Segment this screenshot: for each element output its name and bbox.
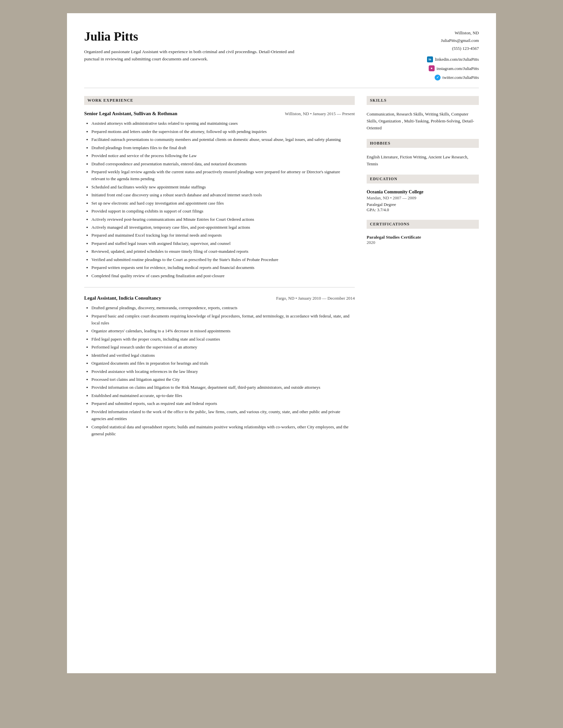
header-left: Julia Pitts Organized and passionate Leg…: [84, 29, 295, 62]
job-1-meta: Williston, ND • January 2015 — Present: [285, 111, 355, 116]
list-item: Actively reviewed post-hearing communica…: [91, 216, 355, 223]
list-item: Prepared and submitted reports, such as …: [91, 400, 355, 407]
resume-header: Julia Pitts Organized and passionate Leg…: [84, 29, 479, 88]
list-item: Provided support in compiling exhibits i…: [91, 208, 355, 215]
job-2-bullet-sep: •: [295, 296, 298, 301]
list-item: Prepared weekly legal review agenda with…: [91, 168, 355, 182]
main-content: WORK EXPERIENCE Senior Legal Assistant, …: [84, 96, 355, 445]
job-2-location: Fargo, ND: [276, 296, 294, 301]
list-item: Prepared motions and letters under the s…: [91, 128, 355, 135]
instagram-label: instagram.com/JuliaPitts: [437, 65, 479, 72]
twitter-icon: ✓: [435, 75, 441, 81]
resume-document: Julia Pitts Organized and passionate Leg…: [67, 13, 496, 673]
candidate-summary: Organized and passionate Legal Assistant…: [84, 48, 295, 62]
skills-text: Communication, Research Skills, Writing …: [367, 111, 479, 131]
linkedin-label: linkedin.com/in/JuliaPitts: [435, 55, 479, 63]
list-item: Provided information on claims and litig…: [91, 384, 355, 391]
list-item: Identified and verified legal citations: [91, 352, 355, 359]
header-right: Williston, ND JuliaPitts@gmail.com (555)…: [427, 29, 479, 81]
hobbies-section: HOBBIES English Literature, Fiction Writ…: [367, 139, 479, 168]
list-item: Set up new electronic and hard copy inve…: [91, 200, 355, 207]
list-item: Completed final quality review of cases …: [91, 272, 355, 279]
social-instagram: ● instagram.com/JuliaPitts: [429, 65, 479, 72]
work-experience-heading: WORK EXPERIENCE: [84, 96, 355, 105]
job-2-header: Legal Assistant, Indicia Consultancy Far…: [84, 295, 355, 301]
list-item: Provided notice and service of the proce…: [91, 152, 355, 159]
list-item: Prepared and staffed legal issues with a…: [91, 240, 355, 247]
edu-location-dates: Mandan, ND • 2007 — 2009: [367, 195, 479, 201]
list-item: Compiled statistical data and spreadshee…: [91, 423, 355, 438]
list-item: Organize attorneys' calendars, leading t…: [91, 327, 355, 334]
list-item: Provided information related to the work…: [91, 408, 355, 422]
contact-email: JuliaPitts@gmail.com: [427, 37, 479, 44]
skills-section: SKILLS Communication, Research Skills, W…: [367, 96, 479, 131]
contact-location: Williston, ND: [427, 29, 479, 37]
list-item: Organized documents and files in prepara…: [91, 360, 355, 367]
job-1-title: Senior Legal Assistant, Sullivan & Rothm…: [84, 111, 177, 116]
social-links: in linkedin.com/in/JuliaPitts ● instagra…: [427, 55, 479, 81]
list-item: Established and maintained accurate, up-…: [91, 392, 355, 399]
education-section: EDUCATION Oceania Community College Mand…: [367, 175, 479, 213]
job-1-bullets: Assisted attorneys with administrative t…: [84, 120, 355, 279]
job-divider: [84, 287, 355, 287]
list-item: Assisted attorneys with administrative t…: [91, 120, 355, 127]
list-item: Prepared and maintained Excel tracking l…: [91, 232, 355, 239]
list-item: Actively managed all investigation, temp…: [91, 224, 355, 231]
job-1-header: Senior Legal Assistant, Sullivan & Rothm…: [84, 111, 355, 116]
cert-year: 2020: [367, 240, 479, 245]
education-heading: EDUCATION: [367, 175, 479, 183]
list-item: Prepared written requests sent for evide…: [91, 264, 355, 271]
hobbies-text: English Literature, Fiction Writing, Anc…: [367, 154, 479, 168]
list-item: Drafted general pleadings, discovery, me…: [91, 304, 355, 311]
job-2-meta: Fargo, ND • January 2010 — December 2014: [276, 296, 355, 301]
skills-heading: SKILLS: [367, 96, 479, 105]
contact-phone: (555) 123-4567: [427, 45, 479, 52]
list-item: Drafted correspondence and presentation …: [91, 160, 355, 167]
list-item: Reviewed, updated, and printed schedules…: [91, 248, 355, 255]
job-1-dates: January 2015 — Present: [313, 111, 355, 116]
job-1: Senior Legal Assistant, Sullivan & Rothm…: [84, 111, 355, 279]
social-linkedin: in linkedin.com/in/JuliaPitts: [427, 55, 479, 63]
linkedin-icon: in: [427, 56, 433, 62]
edu-gpa: GPA: 3.7/4.0: [367, 207, 479, 213]
job-2-bullets: Drafted general pleadings, discovery, me…: [84, 304, 355, 437]
twitter-label: twitter.com/JuliaPitts: [443, 74, 479, 81]
list-item: Verified and submitted routine pleadings…: [91, 256, 355, 263]
hobbies-heading: HOBBIES: [367, 139, 479, 148]
job-1-location: Williston, ND: [285, 111, 309, 116]
cert-name: Paralegal Studies Certificate: [367, 235, 479, 240]
list-item: Filed legal papers with the proper court…: [91, 336, 355, 343]
job-2: Legal Assistant, Indicia Consultancy Far…: [84, 295, 355, 437]
certifications-heading: CERTIFICATIONS: [367, 220, 479, 229]
sidebar: SKILLS Communication, Research Skills, W…: [367, 96, 479, 445]
instagram-icon: ●: [429, 65, 435, 71]
certifications-section: CERTIFICATIONS Paralegal Studies Certifi…: [367, 220, 479, 245]
list-item: Drafted pleadings from templates files t…: [91, 144, 355, 151]
candidate-name: Julia Pitts: [84, 29, 295, 44]
job-1-bullet-sep: •: [310, 111, 313, 116]
job-2-title: Legal Assistant, Indicia Consultancy: [84, 295, 161, 301]
work-experience-section: WORK EXPERIENCE Senior Legal Assistant, …: [84, 96, 355, 437]
list-item: Initiated front end case discovery using…: [91, 191, 355, 198]
list-item: Prepared basic and complex court documen…: [91, 313, 355, 327]
list-item: Processed tort claims and litigation aga…: [91, 376, 355, 383]
list-item: Provided assistance with locating refere…: [91, 368, 355, 375]
edu-school-name: Oceania Community College: [367, 189, 479, 195]
edu-degree: Paralegal Degree: [367, 202, 479, 207]
job-2-dates: January 2010 — December 2014: [298, 296, 355, 301]
list-item: Scheduled and facilitates weekly new app…: [91, 183, 355, 190]
contact-main: Williston, ND JuliaPitts@gmail.com (555)…: [427, 29, 479, 52]
list-item: Facilitated outreach presentations to co…: [91, 136, 355, 143]
social-twitter: ✓ twitter.com/JuliaPitts: [435, 74, 479, 81]
list-item: Performed legal research under the super…: [91, 344, 355, 350]
